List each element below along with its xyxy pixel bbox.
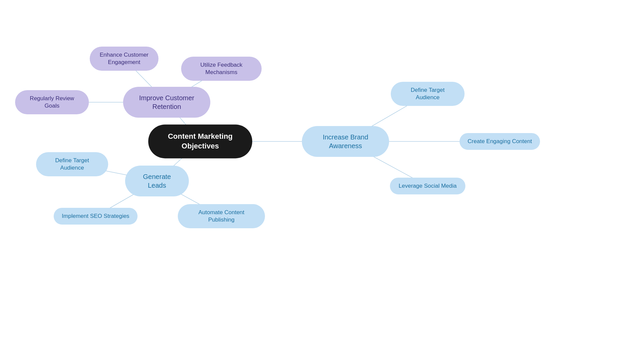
define-target-left-label: Define Target Audience <box>44 157 100 172</box>
improve-retention-node[interactable]: Improve Customer Retention <box>123 87 210 118</box>
improve-retention-label: Improve Customer Retention <box>135 94 198 111</box>
automate-content-label: Automate Content Publishing <box>186 209 257 224</box>
center-node[interactable]: Content Marketing Objectives <box>148 124 252 158</box>
increase-brand-node[interactable]: Increase Brand Awareness <box>302 126 389 157</box>
implement-seo-label: Implement SEO Strategies <box>62 213 129 220</box>
create-engaging-label: Create Engaging Content <box>468 138 532 145</box>
define-target-right-node[interactable]: Define Target Audience <box>391 82 465 106</box>
generate-leads-label: Generate Leads <box>137 172 177 190</box>
define-target-left-node[interactable]: Define Target Audience <box>36 152 108 176</box>
center-node-label: Content Marketing Objectives <box>162 132 238 151</box>
increase-brand-label: Increase Brand Awareness <box>314 133 377 150</box>
utilize-feedback-node[interactable]: Utilize Feedback Mechanisms <box>181 57 262 81</box>
regularly-review-label: Regularly Review Goals <box>23 95 81 110</box>
implement-seo-node[interactable]: Implement SEO Strategies <box>54 208 138 225</box>
leverage-social-node[interactable]: Leverage Social Media <box>390 178 466 194</box>
enhance-engagement-label: Enhance Customer Engagement <box>98 51 151 66</box>
create-engaging-node[interactable]: Create Engaging Content <box>460 133 540 150</box>
regularly-review-node[interactable]: Regularly Review Goals <box>15 90 89 114</box>
utilize-feedback-label: Utilize Feedback Mechanisms <box>189 61 254 76</box>
enhance-engagement-node[interactable]: Enhance Customer Engagement <box>90 47 159 71</box>
define-target-right-label: Define Target Audience <box>399 86 457 101</box>
generate-leads-node[interactable]: Generate Leads <box>125 166 189 196</box>
leverage-social-label: Leverage Social Media <box>399 182 457 190</box>
automate-content-node[interactable]: Automate Content Publishing <box>178 204 265 228</box>
